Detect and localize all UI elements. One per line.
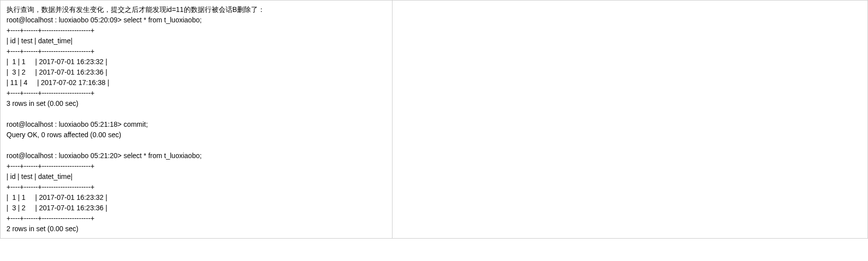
result-line: Query OK, 0 rows affected (0.00 sec) — [6, 131, 121, 139]
table-separator: +----+------+---------------------+ — [6, 162, 94, 170]
table-data-row: | 1 | 1 | 2017-07-01 16:23:32 | — [6, 193, 107, 201]
sql-prompt-line: root@localhost : luoxiaobo 05:21:18> com… — [6, 120, 148, 128]
sql-prompt-line: root@localhost : luoxiaobo 05:20:09> sel… — [6, 16, 202, 24]
table-data-row: | 3 | 2 | 2017-07-01 16:23:36 | — [6, 204, 107, 212]
left-cell: 执行查询，数据并没有发生变化，提交之后才能发现id=11的数据行被会话B删除了：… — [0, 0, 393, 239]
table-data-row: | 11 | 4 | 2017-07-02 17:16:38 | — [6, 79, 109, 87]
table-separator: +----+------+---------------------+ — [6, 26, 94, 34]
table-data-row: | 3 | 2 | 2017-07-01 16:23:36 | — [6, 68, 107, 76]
intro-text: 执行查询，数据并没有发生变化，提交之后才能发现id=11的数据行被会话B删除了： — [6, 4, 386, 15]
table-separator: +----+------+---------------------+ — [6, 183, 94, 191]
terminal-output: root@localhost : luoxiaobo 05:20:09> sel… — [6, 15, 386, 234]
sql-prompt-line: root@localhost : luoxiaobo 05:21:20> sel… — [6, 152, 202, 160]
table-separator: +----+------+---------------------+ — [6, 214, 94, 222]
table-header: | id | test | datet_time| — [6, 37, 73, 45]
table-separator: +----+------+---------------------+ — [6, 89, 94, 97]
table-data-row: | 1 | 1 | 2017-07-01 16:23:32 | — [6, 58, 107, 66]
two-column-table: 执行查询，数据并没有发生变化，提交之后才能发现id=11的数据行被会话B删除了：… — [0, 0, 868, 239]
table-row: 执行查询，数据并没有发生变化，提交之后才能发现id=11的数据行被会话B删除了：… — [0, 0, 868, 239]
result-line: 2 rows in set (0.00 sec) — [6, 225, 79, 233]
table-separator: +----+------+---------------------+ — [6, 47, 94, 55]
right-cell — [393, 0, 868, 239]
result-line: 3 rows in set (0.00 sec) — [6, 99, 79, 107]
table-header: | id | test | datet_time| — [6, 173, 73, 180]
